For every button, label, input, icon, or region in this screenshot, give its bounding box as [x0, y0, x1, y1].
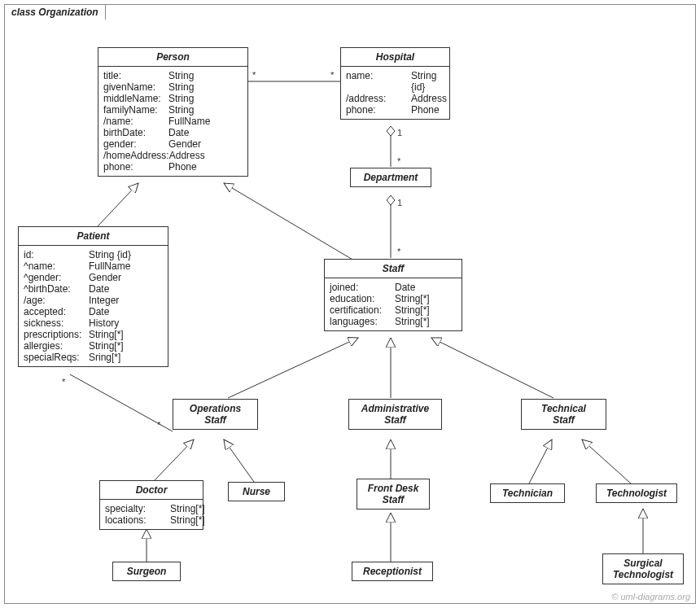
attribute-name: ^name:	[24, 260, 89, 272]
mult-hospital-dept: 1	[397, 128, 402, 138]
mult-dept-staff: 1	[397, 198, 402, 208]
attribute-row: givenName:String	[103, 81, 243, 93]
attribute-name: /name:	[103, 116, 168, 127]
attribute-name: education:	[330, 293, 395, 304]
attribute-row: familyName:String	[103, 104, 243, 116]
class-body: title:StringgivenName:StringmiddleName:S…	[98, 67, 247, 176]
class-title: Technician	[491, 484, 564, 502]
attribute-row: sickness:History	[24, 317, 163, 329]
attribute-type: String[*]	[395, 304, 430, 316]
class-body: id:String {id}^name:FullName^gender:Gend…	[19, 246, 168, 366]
mult-patient-ops: *	[62, 377, 65, 387]
attribute-name: joined:	[330, 282, 395, 293]
attribute-row: locations:String[*]	[105, 514, 198, 526]
class-surgeon: Surgeon	[112, 562, 181, 581]
class-administrative-staff: Administrative Staff	[348, 399, 442, 430]
attribute-row: gender:Gender	[103, 138, 243, 150]
class-title: Nurse	[229, 483, 284, 501]
class-technical-staff: Technical Staff	[521, 399, 606, 430]
attribute-row: ^gender:Gender	[24, 272, 163, 283]
class-technologist: Technologist	[596, 483, 677, 503]
class-title: Staff	[325, 260, 462, 278]
class-technician: Technician	[490, 483, 565, 503]
attribute-name: allergies:	[24, 340, 89, 352]
attribute-row: education:String[*]	[330, 293, 457, 304]
attribute-type: History	[89, 317, 119, 329]
attribute-name: /homeAddress:	[103, 150, 169, 161]
attribute-name: specialty:	[105, 503, 170, 514]
attribute-name: ^gender:	[24, 272, 89, 283]
attribute-type: Date	[395, 282, 415, 293]
attribute-type: String[*]	[170, 503, 205, 514]
attribute-type: String	[168, 93, 194, 104]
class-title: Technologist	[597, 484, 676, 502]
attribute-type: Date	[89, 283, 109, 295]
class-department: Department	[350, 168, 431, 187]
class-staff: Staff joined:Dateeducation:String[*]cert…	[324, 259, 462, 331]
attribute-row: joined:Date	[330, 282, 457, 293]
class-title: Department	[351, 168, 431, 186]
attribute-row: accepted:Date	[24, 306, 163, 317]
attribute-row: name:String {id}	[346, 70, 444, 93]
attribute-row: phone:Phone	[103, 161, 243, 173]
class-hospital: Hospital name:String {id}/address:Addres…	[340, 47, 450, 120]
class-person: Person title:StringgivenName:Stringmiddl…	[98, 47, 248, 177]
attribute-row: middleName:String	[103, 93, 243, 104]
class-title: Operations Staff	[173, 400, 257, 429]
attribute-name: title:	[103, 70, 168, 81]
class-title: Administrative Staff	[349, 400, 441, 429]
attribute-name: prescriptions:	[24, 329, 89, 340]
class-title: Receptionist	[352, 562, 432, 580]
attribute-name: ^birthDate:	[24, 283, 89, 295]
class-title: Doctor	[100, 481, 203, 500]
attribute-type: String[*]	[170, 514, 205, 526]
attribute-row: birthDate:Date	[103, 127, 243, 138]
class-surgical-technologist: Surgical Technologist	[602, 553, 684, 584]
attribute-name: birthDate:	[103, 127, 168, 138]
attribute-name: /address:	[346, 93, 411, 104]
class-title: Front Desk Staff	[357, 479, 429, 509]
class-operations-staff: Operations Staff	[173, 399, 258, 430]
class-body: name:String {id}/address:Addressphone:Ph…	[341, 67, 449, 119]
mult-person-hospital-right: *	[330, 70, 334, 80]
attribute-name: gender:	[103, 138, 168, 150]
class-title: Hospital	[341, 48, 449, 67]
attribute-row: phone:Phone	[346, 104, 444, 116]
attribute-type: FullName	[89, 260, 130, 272]
attribute-name: givenName:	[103, 81, 168, 93]
attribute-name: certification:	[330, 304, 395, 316]
attribute-type: String {id}	[411, 70, 444, 93]
attribute-name: sickness:	[24, 317, 89, 329]
attribute-type: Integer	[89, 295, 119, 306]
mult-dept-top: *	[397, 156, 400, 166]
mult-ops-patient: *	[157, 420, 160, 430]
attribute-type: Address	[411, 93, 447, 104]
attribute-row: /age:Integer	[24, 295, 163, 306]
attribute-type: Gender	[168, 138, 201, 150]
attribute-type: String	[168, 104, 194, 116]
class-front-desk-staff: Front Desk Staff	[357, 479, 430, 510]
attribute-type: String {id}	[89, 249, 131, 260]
class-title: Patient	[19, 227, 168, 246]
mult-staff-top: *	[397, 247, 400, 256]
watermark: © uml-diagrams.org	[611, 592, 690, 601]
class-title: Person	[98, 48, 247, 67]
class-body: specialty:String[*]locations:String[*]	[100, 500, 203, 529]
attribute-row: ^name:FullName	[24, 260, 163, 272]
attribute-type: Address	[169, 150, 205, 161]
attribute-type: Phone	[411, 104, 440, 116]
attribute-row: specialReqs:Sring[*]	[24, 352, 163, 363]
attribute-row: specialty:String[*]	[105, 503, 198, 514]
attribute-type: String[*]	[395, 316, 430, 327]
attribute-type: String	[168, 70, 194, 81]
attribute-type: Sring[*]	[89, 352, 120, 363]
attribute-type: Date	[168, 127, 189, 138]
attribute-row: certification:String[*]	[330, 304, 457, 316]
class-body: joined:Dateeducation:String[*]certificat…	[325, 278, 462, 330]
attribute-row: allergies:String[*]	[24, 340, 163, 352]
attribute-name: specialReqs:	[24, 352, 89, 363]
attribute-name: familyName:	[103, 104, 168, 116]
class-title: Surgical Technologist	[603, 554, 683, 584]
mult-person-hospital-left: *	[252, 70, 256, 80]
attribute-name: name:	[346, 70, 411, 93]
